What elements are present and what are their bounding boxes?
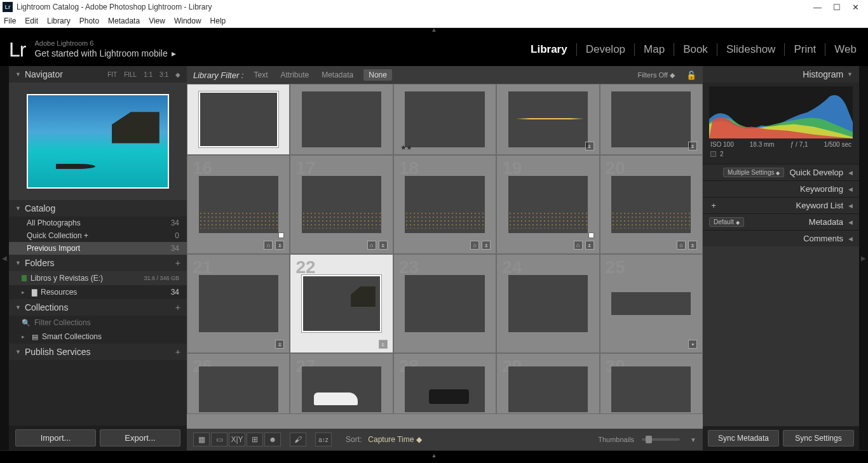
grid-cell[interactable]: 29 (496, 353, 599, 414)
nav-1-1[interactable]: 1:1 (144, 71, 153, 78)
keyword-list-header[interactable]: + Keyword List ◀ (703, 197, 859, 213)
toolbar-menu[interactable]: ▼ (690, 436, 696, 443)
smart-collections[interactable]: ▸ ▤ Smart Collections (9, 330, 187, 344)
grid-cell[interactable]: 23 (393, 254, 496, 353)
grid-cell[interactable]: 30 (600, 353, 703, 414)
people-view-button[interactable]: ☻ (264, 433, 281, 446)
grid-cell[interactable]: 16±⌂ (187, 155, 290, 254)
grid-cell[interactable]: ± (600, 84, 703, 155)
metadata-badge-icon[interactable]: ± (379, 241, 388, 250)
menu-edit[interactable]: Edit (25, 17, 38, 25)
sync-metadata-button[interactable]: Sync Metadata (708, 430, 779, 446)
filter-text[interactable]: Text (251, 69, 270, 81)
navigator-header[interactable]: ▼ Navigator FIT FILL 1:1 3:1 ◆ (9, 66, 187, 83)
collection-badge-icon[interactable]: ▪ (688, 340, 697, 349)
menu-view[interactable]: View (149, 17, 165, 25)
catalog-quick-collection[interactable]: Quick Collection +0 (9, 229, 187, 242)
add-folder-button[interactable]: + (175, 258, 180, 268)
grid-cell[interactable]: 28 (393, 353, 496, 414)
module-web[interactable]: Web (825, 43, 857, 56)
sort-dropdown[interactable]: Capture Time ◆ (368, 435, 421, 444)
loupe-view-button[interactable]: ▭ (211, 433, 227, 446)
metadata-badge-icon[interactable]: ± (379, 340, 388, 349)
grid-cell[interactable] (187, 84, 290, 155)
nav-fit[interactable]: FIT (107, 71, 117, 78)
menu-help[interactable]: Help (210, 17, 226, 25)
grid-cell[interactable]: 18±⌂ (393, 155, 496, 254)
compare-view-button[interactable]: X|Y (229, 433, 245, 446)
module-slideshow[interactable]: Slideshow (717, 43, 785, 56)
grid-cell[interactable]: 19±⌂ (496, 155, 599, 254)
metadata-header[interactable]: Default◆ Metadata ◀ (703, 213, 859, 230)
sort-direction-button[interactable]: a↕z (315, 433, 332, 446)
unsaved-metadata-icon[interactable] (588, 232, 594, 238)
module-develop[interactable]: Develop (577, 43, 635, 56)
add-keyword-button[interactable]: + (709, 201, 718, 210)
grid-cell[interactable]: 21± (187, 254, 290, 353)
nav-zoom-menu[interactable]: ◆ (175, 71, 180, 78)
metadata-badge-icon[interactable]: ± (585, 142, 594, 151)
metadata-badge-icon[interactable]: ± (275, 241, 284, 250)
folder-resources[interactable]: ▸ ▇ Resources 34 (9, 285, 187, 299)
sync-settings-button[interactable]: Sync Settings (783, 430, 854, 446)
histogram-chart[interactable] (709, 86, 853, 138)
grid-view-button[interactable]: ▦ (193, 433, 210, 446)
minimize-button[interactable]: — (813, 3, 822, 12)
catalog-all-photos[interactable]: All Photographs34 (9, 217, 187, 229)
grid-cell[interactable]: 20±⌂ (600, 155, 703, 254)
filmstrip-collapsed[interactable]: ▲ (0, 450, 868, 463)
navigator-preview[interactable] (9, 83, 187, 200)
grid-cell[interactable]: 22± (290, 254, 393, 353)
grid-cell[interactable]: 24 (496, 254, 599, 353)
maximize-button[interactable]: ☐ (833, 3, 841, 12)
grid-cell[interactable]: ★★ (393, 84, 496, 155)
publish-header[interactable]: ▼ Publish Services + (9, 344, 187, 360)
original-photo-icon[interactable] (710, 151, 716, 157)
export-button[interactable]: Export... (100, 429, 180, 446)
module-print[interactable]: Print (785, 43, 825, 56)
filter-attribute[interactable]: Attribute (278, 69, 311, 81)
add-collection-button[interactable]: + (175, 302, 180, 312)
module-map[interactable]: Map (635, 43, 674, 56)
keyword-badge-icon[interactable]: ⌂ (367, 241, 376, 250)
module-book[interactable]: Book (674, 43, 717, 56)
menu-file[interactable]: File (4, 17, 16, 25)
comments-header[interactable]: Comments ◀ (703, 230, 859, 246)
metadata-badge-icon[interactable]: ± (585, 241, 594, 250)
grid-cell[interactable]: 26 (187, 353, 290, 414)
module-library[interactable]: Library (522, 43, 577, 56)
painter-tool[interactable]: 🖌 (290, 433, 306, 446)
left-panel-toggle[interactable]: ◀ (0, 66, 9, 450)
right-panel-toggle[interactable]: ▶ (859, 66, 868, 450)
histogram-header[interactable]: Histogram ▼ (703, 66, 859, 83)
metadata-badge-icon[interactable]: ± (688, 142, 697, 151)
survey-view-button[interactable]: ⊞ (247, 433, 263, 446)
rating-stars[interactable]: ★★ (400, 144, 412, 152)
keyword-badge-icon[interactable]: ⌂ (264, 241, 273, 250)
metadata-preset-dropdown[interactable]: Default◆ (709, 217, 744, 227)
keywording-header[interactable]: Keywording ◀ (703, 180, 859, 197)
menu-window[interactable]: Window (174, 17, 201, 25)
import-button[interactable]: Import... (15, 429, 96, 446)
metadata-badge-icon[interactable]: ± (688, 241, 697, 250)
qd-preset-dropdown[interactable]: Multiple Settings◆ (723, 168, 784, 177)
menu-library[interactable]: Library (47, 17, 71, 25)
filter-lock-icon[interactable]: 🔓 (686, 70, 696, 80)
close-button[interactable]: ✕ (852, 3, 859, 12)
keyword-badge-icon[interactable]: ⌂ (470, 241, 479, 250)
filter-metadata[interactable]: Metadata (319, 69, 356, 81)
volume-row[interactable]: Libros y Revistas (E:) 31.6 / 346 GB (9, 271, 187, 285)
menu-metadata[interactable]: Metadata (108, 17, 140, 25)
catalog-header[interactable]: ▼ Catalog (9, 200, 187, 217)
keyword-badge-icon[interactable]: ⌂ (574, 241, 583, 250)
metadata-badge-icon[interactable]: ± (275, 340, 284, 349)
top-panel-toggle[interactable]: ▲ (0, 28, 868, 33)
filter-preset-dropdown[interactable]: Filters Off ◆ (637, 71, 675, 79)
menu-photo[interactable]: Photo (79, 17, 99, 25)
keyword-badge-icon[interactable]: ⌂ (677, 241, 686, 250)
grid-view[interactable]: ★★ ± ± 16±⌂ 17±⌂ 18±⌂ 19±⌂ 20±⌂ 21± 22± … (187, 84, 703, 429)
nav-fill[interactable]: FILL (124, 71, 137, 78)
filter-collections-input[interactable] (34, 318, 179, 327)
collections-header[interactable]: ▼ Collections + (9, 299, 187, 316)
grid-cell[interactable]: 17±⌂ (290, 155, 393, 254)
